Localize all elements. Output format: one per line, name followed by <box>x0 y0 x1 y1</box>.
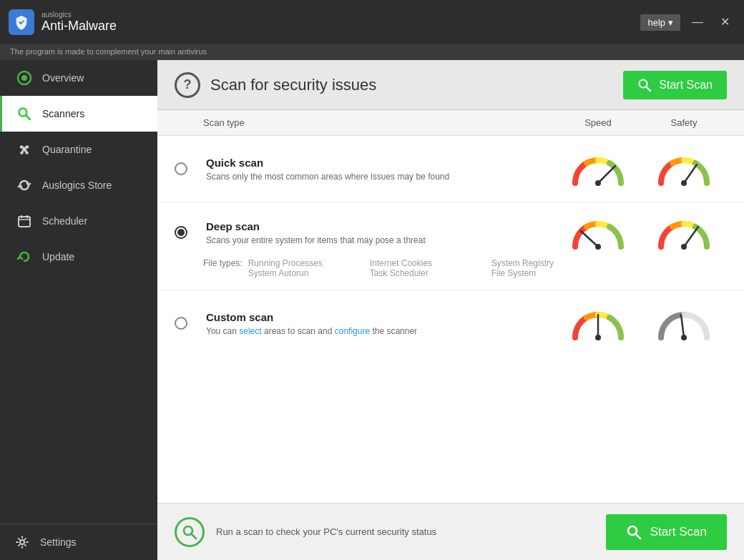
table-header: Scan type Speed Safety <box>157 110 744 136</box>
sidebar-scheduler-label: Scheduler <box>42 215 87 227</box>
svg-line-22 <box>681 315 684 338</box>
svg-line-18 <box>684 227 698 247</box>
svg-line-11 <box>647 87 651 91</box>
deep-scan-option[interactable]: Deep scan Scans your entire system for i… <box>157 202 744 255</box>
radiation-icon <box>16 142 32 157</box>
custom-scan-info: Custom scan You can select areas to scan… <box>203 311 555 336</box>
deep-scan-safety-gauge <box>641 215 727 250</box>
custom-configure-link[interactable]: configure <box>335 326 370 336</box>
bottom-scan-text: Run a scan to check your PC's current se… <box>216 526 436 537</box>
sidebar-overview-label: Overview <box>42 72 84 84</box>
file-type-system-autorun: System Autorun <box>248 268 370 278</box>
deep-scan-radio[interactable] <box>175 226 187 239</box>
start-scan-top-button[interactable]: Start Scan <box>623 71 727 99</box>
file-type-internet-cookies: Internet Cookies <box>370 258 491 268</box>
sidebar-item-scheduler[interactable]: Scheduler <box>0 203 157 239</box>
sync-icon <box>16 249 32 265</box>
svg-point-19 <box>681 244 687 250</box>
app-title-block: auslogics Anti-Malware <box>41 11 633 34</box>
custom-scan-desc: You can select areas to scan and configu… <box>206 326 555 336</box>
question-icon: ? <box>175 72 200 98</box>
help-button[interactable]: help ▾ <box>640 14 680 31</box>
sidebar-scanners-label: Scanners <box>42 108 84 119</box>
col-scan-type: Scan type <box>203 117 555 128</box>
svg-line-12 <box>598 166 615 183</box>
page-title: Scan for security issues <box>210 76 376 94</box>
calendar-icon <box>16 213 32 229</box>
col-safety: Safety <box>641 117 727 128</box>
sidebar-item-update[interactable]: Update <box>0 239 157 275</box>
bottom-left: Run a scan to check your PC's current se… <box>175 517 436 547</box>
file-type-col1: Running Processes System Autorun <box>248 258 370 278</box>
deep-scan-desc: Scans your entire system for items that … <box>206 235 555 245</box>
svg-point-1 <box>21 75 27 81</box>
header-left: ? Scan for security issues <box>175 72 376 98</box>
quick-scan-speed-gauge <box>555 152 641 186</box>
sidebar-item-scanners[interactable]: Scanners <box>0 96 157 132</box>
custom-scan-speed-gauge <box>555 306 641 340</box>
custom-select-link[interactable]: select <box>239 326 261 336</box>
circle-check-icon <box>16 70 32 86</box>
file-type-col2: Internet Cookies Task Scheduler <box>370 258 491 278</box>
custom-scan-safety-gauge <box>641 306 727 340</box>
quick-scan-name: Quick scan <box>206 157 555 169</box>
svg-line-27 <box>635 534 640 539</box>
settings-label: Settings <box>40 536 77 548</box>
refresh-icon <box>16 177 32 193</box>
svg-point-23 <box>681 335 687 340</box>
sidebar-store-label: Auslogics Store <box>42 180 112 191</box>
quick-scan-radio[interactable] <box>175 162 187 175</box>
svg-line-16 <box>581 231 598 247</box>
file-types-label: File types: <box>203 258 243 278</box>
deep-scan-file-types: File types: Running Processes System Aut… <box>157 255 744 290</box>
file-type-task-scheduler: Task Scheduler <box>370 268 491 278</box>
deep-scan-speed-gauge <box>555 215 641 250</box>
titlebar-controls: help ▾ — ✕ <box>640 14 735 31</box>
svg-rect-5 <box>19 217 30 227</box>
file-type-system-registry: System Registry <box>491 258 613 268</box>
quick-scan-info: Quick scan Scans only the most common ar… <box>203 157 555 182</box>
start-scan-bottom-label: Start Scan <box>650 525 707 539</box>
quick-scan-safety-gauge <box>641 152 727 186</box>
svg-point-9 <box>20 540 24 544</box>
quick-scan-desc: Scans only the most common areas where i… <box>206 172 555 182</box>
chevron-down-icon: ▾ <box>668 17 673 28</box>
svg-line-3 <box>26 116 31 120</box>
scan-body: Scan type Speed Safety Quick scan Scans … <box>157 110 744 503</box>
gear-icon <box>14 534 30 550</box>
sidebar-item-overview[interactable]: Overview <box>0 60 157 96</box>
file-type-col3: System Registry File System <box>491 258 613 278</box>
custom-scan-option[interactable]: Custom scan You can select areas to scan… <box>157 290 744 356</box>
start-scan-bottom-button[interactable]: Start Scan <box>606 514 727 550</box>
quick-scan-option[interactable]: Quick scan Scans only the most common ar… <box>157 136 744 202</box>
bottom-bar: Run a scan to check your PC's current se… <box>157 503 744 560</box>
sidebar-item-quarantine[interactable]: Quarantine <box>0 132 157 167</box>
svg-point-13 <box>595 180 601 186</box>
sidebar-bottom: Settings <box>0 524 157 560</box>
sidebar-quarantine-label: Quarantine <box>42 144 92 155</box>
scan-circle-icon <box>175 517 205 547</box>
deep-scan-name: Deep scan <box>206 220 555 232</box>
custom-desc-before: You can <box>206 326 239 336</box>
svg-line-25 <box>192 534 197 539</box>
main-layout: Overview Scanners Quarant <box>0 60 744 560</box>
titlebar: auslogics Anti-Malware help ▾ — ✕ <box>0 0 744 44</box>
file-type-file-system: File System <box>491 268 613 278</box>
app-logo <box>9 9 34 35</box>
custom-desc-mid: areas to scan and <box>262 326 335 336</box>
svg-point-15 <box>681 180 687 186</box>
close-button[interactable]: ✕ <box>715 15 735 29</box>
col-speed: Speed <box>555 117 641 128</box>
sidebar-item-settings[interactable]: Settings <box>0 524 157 560</box>
svg-line-14 <box>684 164 697 183</box>
content-area: ? Scan for security issues Start Scan Sc… <box>157 60 744 560</box>
svg-point-17 <box>595 244 601 250</box>
custom-desc-after: the scanner <box>370 326 417 336</box>
sidebar-item-store[interactable]: Auslogics Store <box>0 167 157 203</box>
app-name-label: Anti-Malware <box>41 19 633 34</box>
custom-scan-name: Custom scan <box>206 311 555 323</box>
minimize-button[interactable]: — <box>686 15 709 29</box>
deep-scan-info: Deep scan Scans your entire system for i… <box>203 220 555 245</box>
custom-scan-radio[interactable] <box>175 317 187 330</box>
deep-scan-section: Deep scan Scans your entire system for i… <box>157 202 744 290</box>
